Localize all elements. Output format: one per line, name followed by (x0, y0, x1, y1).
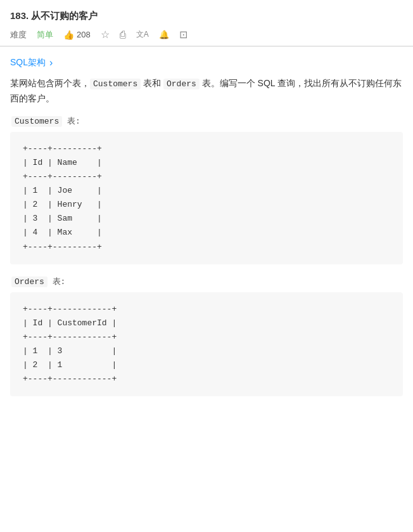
customers-inline-code: Customers (90, 79, 141, 89)
orders-label-code: Orders (11, 276, 48, 287)
star-icon[interactable] (101, 29, 110, 41)
customers-table-label: Customers 表: (10, 115, 403, 127)
bookmark-icon[interactable] (179, 29, 187, 41)
customers-table-pre: +----+---------+ | Id | Name | +----+---… (23, 142, 390, 254)
like-number: 208 (77, 30, 91, 39)
content-section: SQL架构 某网站包含两个表，Customers 表和 Orders 表。编写一… (0, 47, 413, 396)
problem-header: 183. 从不订购的客户 难度 简单 208 (0, 0, 413, 46)
orders-table-container: +----+------------+ | Id | CustomerId | … (10, 292, 403, 397)
bell-icon[interactable] (159, 30, 169, 39)
orders-inline-code: Orders (163, 79, 200, 89)
share-icon[interactable] (120, 29, 126, 41)
translate-icon[interactable] (136, 29, 149, 40)
difficulty-label: 难度 (10, 29, 27, 41)
sql-schema-label: SQL架构 (10, 57, 46, 68)
sql-schema-link[interactable]: SQL架构 (10, 57, 53, 68)
customers-table-container: +----+---------+ | Id | Name | +----+---… (10, 132, 403, 264)
orders-table-pre: +----+------------+ | Id | CustomerId | … (23, 302, 390, 387)
orders-table-label: Orders 表: (10, 276, 403, 287)
like-count[interactable]: 208 (63, 30, 91, 40)
chevron-right-icon (48, 57, 53, 68)
problem-description: 某网站包含两个表，Customers 表和 Orders 表。编写一个 SQL … (10, 76, 403, 107)
problem-title: 183. 从不订购的客户 (10, 10, 403, 22)
difficulty-value: 简单 (37, 29, 53, 41)
thumbs-up-icon (63, 30, 74, 40)
customers-label-code: Customers (11, 116, 62, 127)
meta-row: 难度 简单 208 (10, 29, 403, 41)
